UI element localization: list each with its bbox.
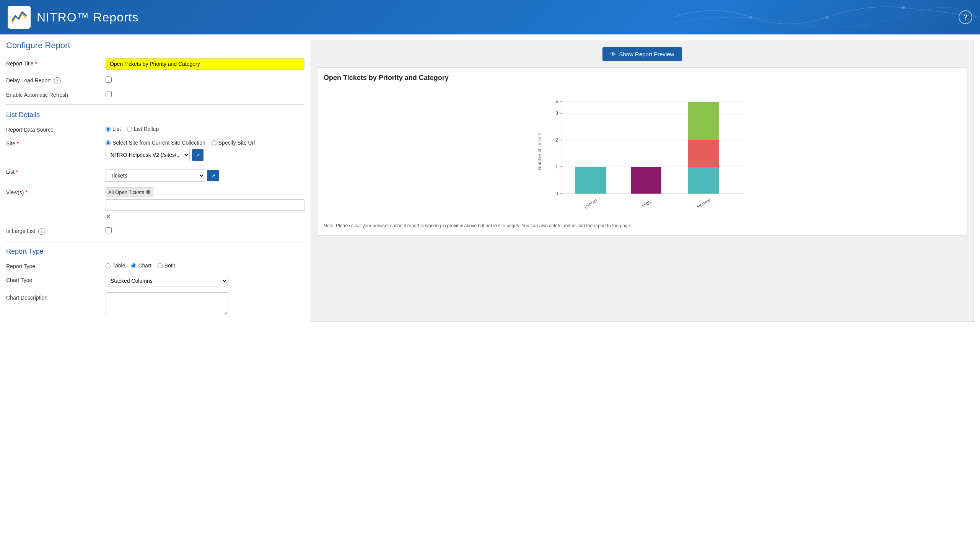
page-title: Configure Report [6,41,304,51]
site-control: Select Site from Current Site Collection… [106,138,304,161]
site-open-button[interactable]: ↗ [192,149,203,161]
main-layout: Configure Report Report Title * Delay Lo… [0,34,980,328]
svg-text:1: 1 [555,164,558,169]
chart-type-control: Stacked Columns [106,275,304,287]
svg-text:0: 0 [555,191,558,196]
site-radio-group: Select Site from Current Site Collection… [106,138,304,146]
radio-chart-label[interactable]: Chart [131,262,151,269]
chart-svg-wrapper: Number of Tickets 0 1 2 3 4 [324,86,961,218]
report-type-label: Report Type [6,261,106,269]
views-clear-button[interactable]: ✕ [106,213,111,220]
delay-load-label: Delay Load Report i [6,75,106,84]
list-details-title: List Details [6,111,304,119]
site-select[interactable]: NITRO Helpdesk V2 (/sites/... [106,149,190,161]
chart-note: Note: Please clear your browser cache if… [324,222,961,229]
report-type-title: Report Type [6,248,304,256]
bar-normal-segment1 [688,167,719,194]
views-row: View(s) * All Open Tickets ⊗ ✕ [6,187,304,220]
views-input-row: All Open Tickets ⊗ ✕ [106,187,304,220]
chart-preview-area: Open Tickets by Priority and Category Nu… [317,67,967,236]
svg-text:Normal: Normal [696,197,711,209]
radio-list-rollup-label[interactable]: List Rollup [127,126,159,132]
data-source-row: Report Data Source List List Rollup [6,124,304,133]
radio-table[interactable] [106,263,111,268]
large-list-control [106,226,304,235]
report-title-input[interactable] [106,58,304,70]
report-type-control: Table Chart Both [106,261,304,269]
preview-panel: 👁 Show Report Preview Open Tickets by Pr… [311,41,974,322]
data-source-label: Report Data Source [6,124,106,133]
delay-load-info-icon[interactable]: i [54,77,61,84]
svg-text:3: 3 [555,111,558,116]
chart-type-label: Chart Type [6,275,106,283]
list-control: Tickets ↗ [106,166,304,182]
site-row: Site * Select Site from Current Site Col… [6,138,304,161]
svg-text:High: High [641,199,651,208]
app-header: NITRO™ Reports ? [0,0,980,34]
svg-text:Number of Tickets: Number of Tickets [537,133,542,170]
list-select-row: Tickets ↗ [106,169,304,182]
auto-refresh-label: Enable Automatic Refresh [6,90,106,98]
site-radio2[interactable] [212,140,217,145]
svg-text:4: 4 [555,99,558,104]
large-list-label: Is Large List i [6,226,106,235]
auto-refresh-control [106,90,304,98]
site-label: Site * [6,138,106,147]
site-select-row: NITRO Helpdesk V2 (/sites/... ↗ [106,149,304,161]
bar-none-segment1 [575,167,606,194]
help-button[interactable]: ? [959,10,972,24]
large-list-info-icon[interactable]: i [38,228,45,235]
radio-table-label[interactable]: Table [106,262,125,269]
show-preview-button[interactable]: 👁 Show Report Preview [602,47,682,61]
list-select[interactable]: Tickets [106,169,205,182]
list-label: List * [6,166,106,175]
list-open-button[interactable]: ↗ [207,170,219,181]
bar-normal-segment3 [688,102,719,140]
data-source-control: List List Rollup [106,124,304,132]
view-tag-close[interactable]: ⊗ [146,189,151,196]
views-search-input[interactable] [106,199,304,211]
chart-type-row: Chart Type Stacked Columns [6,275,304,287]
site-radio2-label[interactable]: Specify Site Url [212,140,255,146]
svg-text:2: 2 [555,137,558,143]
app-logo [8,6,31,29]
report-type-row: Report Type Table Chart Both [6,261,304,269]
radio-list[interactable] [106,127,111,132]
chart-desc-textarea[interactable] [106,292,228,315]
app-title: NITRO™ Reports [37,10,138,24]
large-list-checkbox[interactable] [106,227,112,233]
radio-list-rollup[interactable] [127,127,132,132]
views-control: All Open Tickets ⊗ ✕ [106,187,304,220]
views-label: View(s) * [6,187,106,196]
list-row: List * Tickets ↗ [6,166,304,182]
chart-desc-row: Chart Description [6,292,304,316]
radio-both-label[interactable]: Both [158,262,176,269]
svg-text:(None): (None) [583,198,598,209]
radio-both[interactable] [158,263,163,268]
delay-load-control [106,75,304,84]
chart-desc-label: Chart Description [6,292,106,301]
delay-load-row: Delay Load Report i [6,75,304,84]
view-tag: All Open Tickets ⊗ [106,187,153,197]
report-title-control [106,58,304,70]
chart-type-select[interactable]: Stacked Columns [106,275,228,287]
bar-normal-segment2 [688,140,719,167]
config-panel: Configure Report Report Title * Delay Lo… [6,41,304,322]
auto-refresh-row: Enable Automatic Refresh [6,90,304,98]
divider-1 [6,104,304,105]
site-radio1[interactable] [106,140,111,145]
auto-refresh-checkbox[interactable] [106,91,112,97]
eye-icon: 👁 [610,51,616,57]
large-list-row: Is Large List i [6,226,304,235]
site-radio1-label[interactable]: Select Site from Current Site Collection [106,140,205,146]
radio-list-label[interactable]: List [106,126,121,132]
divider-2 [6,241,304,241]
report-title-label: Report Title * [6,58,106,67]
chart-preview-title: Open Tickets by Priority and Category [324,74,961,82]
delay-load-checkbox[interactable] [106,77,112,83]
radio-chart[interactable] [131,263,136,268]
chart-desc-control [106,292,304,316]
report-title-row: Report Title * [6,58,304,70]
bar-high-segment1 [631,167,661,194]
